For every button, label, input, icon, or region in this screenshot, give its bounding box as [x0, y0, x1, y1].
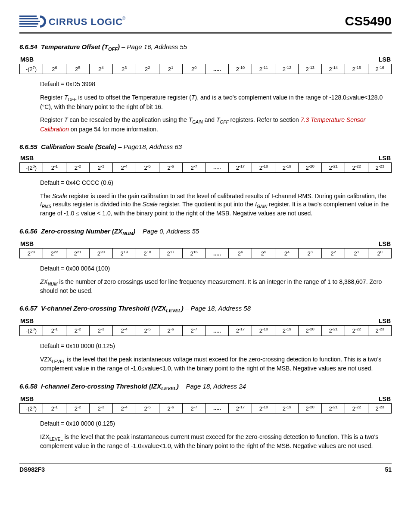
bit-cell: 219: [112, 248, 136, 258]
svg-text:®: ®: [122, 16, 125, 21]
bit-cell: 2-3: [89, 162, 112, 172]
description-paragraph: VZXLEVEL is the level that the peak inst…: [40, 355, 392, 373]
bit-cell: 2-23: [368, 326, 392, 336]
bit-cell: 2-1: [43, 162, 66, 172]
bit-cell: 2-22: [345, 162, 368, 172]
bit-endian-labels: MSBLSB: [20, 395, 391, 402]
svg-rect-3: [19, 23, 38, 25]
page-header: CIRRUS LOGIC ® CS5490: [19, 13, 392, 34]
bit-cell: 2-11: [252, 64, 275, 74]
bit-cell: 2-6: [159, 162, 182, 172]
bit-cell: 2-1: [43, 326, 66, 336]
datasheet-page: CIRRUS LOGIC ® CS5490 6.6.54 Temperature…: [0, 0, 411, 482]
cirrus-logic-logo-icon: CIRRUS LOGIC ®: [19, 13, 127, 29]
section-body: Default = 0xD5 3998Register TOFF is used…: [40, 80, 392, 133]
bit-cell: .....: [206, 64, 229, 74]
bit-cell: 24: [275, 248, 299, 258]
bit-cell: .....: [206, 403, 229, 413]
description-paragraph: Register TOFF is used to offset the Temp…: [40, 93, 392, 111]
bit-field-table: -(20)2-12-22-32-42-52-62-7.....2-172-182…: [19, 325, 392, 336]
bit-cell: 2-21: [322, 326, 345, 336]
default-value: Default = 0x10 0000 (0.125): [40, 342, 392, 350]
bit-cell: .....: [206, 326, 229, 336]
bit-cell: 2-19: [275, 326, 299, 336]
msb-label: MSB: [20, 56, 34, 63]
bit-cell: 2-7: [182, 326, 206, 336]
bit-cell: 2-5: [136, 162, 159, 172]
bit-cell: 25: [66, 64, 89, 74]
page-number: 51: [385, 466, 392, 473]
bit-cell: 23: [112, 64, 136, 74]
bit-cell: 2-5: [136, 326, 159, 336]
bit-cell: 2-21: [322, 162, 345, 172]
part-number: CS5490: [345, 14, 392, 28]
default-value: Default = 0x4C CCCC (0.6): [40, 179, 392, 187]
section-body: Default = 0x10 0000 (0.125)IZXLEVEL is t…: [40, 420, 392, 451]
lsb-label: LSB: [379, 56, 391, 63]
bit-cell: 221: [66, 248, 89, 258]
svg-rect-1: [19, 18, 38, 19]
section-heading: 6.6.57 V-channel Zero-crossing Threshold…: [19, 305, 392, 313]
bit-cell: 2-17: [229, 326, 252, 336]
bit-cell: 2-20: [299, 326, 322, 336]
default-value: Default = 0x10 0000 (0.125): [40, 420, 392, 428]
bit-cell: 20: [182, 64, 206, 74]
bit-cell: 223: [20, 248, 43, 258]
svg-rect-0: [19, 16, 37, 17]
section-body: Default = 0x4C CCCC (0.6)The Scale regis…: [40, 179, 392, 218]
bit-cell: 22: [136, 64, 159, 74]
bit-cell: 2-6: [159, 326, 182, 336]
section-heading: 6.6.55 Calibration Scale (Scale) – Page1…: [19, 143, 392, 150]
bit-cell: 2-1: [43, 403, 66, 413]
bit-cell: 2-15: [345, 64, 368, 74]
bit-cell: 2-6: [159, 403, 182, 413]
bit-cell: 2-18: [252, 326, 275, 336]
lsb-label: LSB: [379, 240, 391, 247]
bit-field-table: -(20)2-12-22-32-42-52-62-7.....2-172-182…: [19, 162, 392, 173]
section-heading: 6.6.54 Temperature Offset (TOFF) – Page …: [19, 43, 392, 52]
default-value: Default = 0x00 0064 (100): [40, 264, 392, 273]
bit-cell: 2-21: [322, 403, 345, 413]
bit-endian-labels: MSBLSB: [20, 240, 391, 247]
bit-cell: 2-19: [275, 162, 299, 172]
lsb-label: LSB: [379, 155, 391, 162]
description-paragraph: The Scale register is used in the gain c…: [40, 192, 392, 218]
bit-field-table: -(27)26252423222120.....2-102-112-122-13…: [19, 64, 392, 74]
bit-cell: 2-22: [345, 403, 368, 413]
bit-cell: 21: [159, 64, 182, 74]
bit-cell: 2-17: [229, 403, 252, 413]
bit-cell: .....: [206, 248, 229, 258]
bit-cell: 2-18: [252, 403, 275, 413]
bit-cell: 23: [299, 248, 322, 258]
bit-cell: 2-13: [299, 64, 322, 74]
bit-cell: 2-22: [345, 326, 368, 336]
bit-cell: 2-10: [229, 64, 252, 74]
bit-cell: -(20): [20, 326, 43, 336]
bit-cell: 222: [43, 248, 66, 258]
svg-rect-4: [19, 26, 37, 27]
bit-cell: 2-16: [368, 64, 392, 74]
bit-cell: 2-4: [112, 162, 136, 172]
bit-cell: 2-23: [368, 403, 392, 413]
bit-cell: 220: [89, 248, 112, 258]
lsb-label: LSB: [379, 395, 391, 402]
bit-cell: 22: [322, 248, 345, 258]
description-paragraph: IZXLEVEL is the level that the peak inst…: [40, 433, 392, 451]
bit-field-table: -(20)2-12-22-32-42-52-62-7.....2-172-182…: [19, 403, 392, 414]
bit-cell: 217: [159, 248, 182, 258]
bit-cell: .....: [206, 162, 229, 172]
bit-endian-labels: MSBLSB: [20, 56, 391, 63]
bit-cell: 2-3: [89, 403, 112, 413]
description-paragraph: Register T can be rescaled by the applic…: [40, 116, 392, 133]
msb-label: MSB: [20, 155, 34, 162]
bit-cell: 24: [89, 64, 112, 74]
doc-id: DS982F3: [19, 466, 45, 473]
bit-cell: 2-12: [275, 64, 299, 74]
bit-field-table: 223222221220219218217216.....26252423222…: [19, 248, 392, 258]
bit-cell: 2-2: [66, 162, 89, 172]
bit-cell: -(27): [20, 64, 43, 74]
bit-cell: 2-4: [112, 326, 136, 336]
description-paragraph: ZXNUM is the number of zero crossings us…: [40, 278, 392, 295]
bit-cell: 2-20: [299, 403, 322, 413]
bit-cell: 2-23: [368, 162, 392, 172]
